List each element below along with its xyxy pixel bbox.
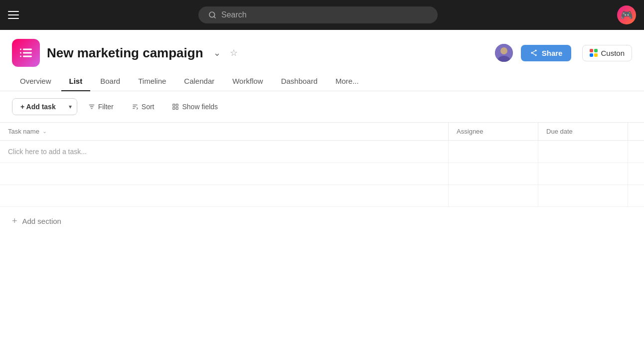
avatar-image <box>495 44 513 62</box>
search-icon <box>208 11 216 19</box>
sort-button[interactable]: Sort <box>125 99 161 115</box>
add-task-label: + Add task <box>20 103 56 111</box>
add-task-inline-row[interactable]: Click here to add a task... <box>0 141 644 163</box>
extra-cell-empty-3 <box>628 185 644 207</box>
user-avatar-top[interactable]: 🎮 <box>617 5 636 24</box>
tab-dashboard[interactable]: Dashboard <box>273 72 325 91</box>
task-name-column-label: Task name <box>8 128 39 135</box>
toolbar: + Add task ▾ Filter Sort Show fields <box>0 91 644 122</box>
add-task-dropdown-button[interactable]: ▾ <box>64 99 77 114</box>
table-row <box>0 163 644 185</box>
assignee-cell-empty-2 <box>449 163 538 185</box>
table-row <box>0 185 644 207</box>
task-name-cell-empty-2 <box>0 163 449 185</box>
filter-label: Filter <box>98 103 114 111</box>
share-label: Share <box>542 49 563 57</box>
add-section-plus-icon: + <box>12 216 17 226</box>
due-date-cell-empty-1 <box>538 141 628 163</box>
sort-icon <box>132 103 139 110</box>
svg-rect-23 <box>176 104 178 106</box>
page-header: New marketing campaign ⌄ ☆ Share Custon <box>0 30 644 67</box>
tab-workflow[interactable]: Workflow <box>224 72 271 91</box>
sort-label: Sort <box>142 103 155 111</box>
add-task-button-group[interactable]: + Add task ▾ <box>12 98 77 115</box>
column-header-extra <box>628 123 644 141</box>
filter-icon <box>88 103 95 110</box>
svg-rect-22 <box>173 104 175 106</box>
search-placeholder: Search <box>221 10 247 19</box>
show-fields-icon <box>172 103 179 110</box>
share-button[interactable]: Share <box>521 45 572 61</box>
svg-rect-25 <box>176 107 178 109</box>
tab-timeline[interactable]: Timeline <box>130 72 174 91</box>
show-fields-button[interactable]: Show fields <box>165 99 225 115</box>
search-bar[interactable]: Search <box>198 6 438 23</box>
task-table: Task name ⌄ Assignee Due date Click here… <box>0 122 644 207</box>
favorite-star-icon[interactable]: ☆ <box>230 47 238 58</box>
svg-point-13 <box>535 54 536 56</box>
column-header-due-date[interactable]: Due date <box>538 123 628 141</box>
assignee-cell-empty-3 <box>449 185 538 207</box>
share-icon <box>530 49 538 57</box>
svg-point-9 <box>500 47 507 54</box>
show-fields-label: Show fields <box>182 103 218 111</box>
customize-label: Custon <box>601 49 625 57</box>
tab-more[interactable]: More... <box>327 72 367 91</box>
due-date-cell-empty-3 <box>538 185 628 207</box>
svg-line-14 <box>532 51 535 52</box>
svg-line-1 <box>214 16 215 18</box>
task-name-cell-empty-3 <box>0 185 449 207</box>
task-name-sort-icon[interactable]: ⌄ <box>42 128 47 135</box>
svg-line-15 <box>532 53 535 55</box>
add-section-button[interactable]: + Add section <box>0 207 644 235</box>
column-header-assignee[interactable]: Assignee <box>449 123 538 141</box>
due-date-cell-empty-2 <box>538 163 628 185</box>
assignee-column-label: Assignee <box>457 128 483 135</box>
svg-rect-24 <box>173 107 175 109</box>
extra-cell-empty-1 <box>628 141 644 163</box>
customize-button[interactable]: Custon <box>582 45 632 61</box>
title-chevron-icon[interactable]: ⌄ <box>213 47 221 58</box>
project-icon <box>12 39 40 67</box>
menu-button[interactable] <box>8 11 19 19</box>
tab-board[interactable]: Board <box>92 72 128 91</box>
tab-bar: Overview List Board Timeline Calendar Wo… <box>0 72 644 91</box>
column-header-task-name[interactable]: Task name ⌄ <box>0 123 449 141</box>
add-section-label: Add section <box>22 217 61 225</box>
svg-point-12 <box>535 50 536 51</box>
tab-list[interactable]: List <box>61 72 91 91</box>
tab-calendar[interactable]: Calendar <box>176 72 222 91</box>
assignee-cell-empty-1 <box>449 141 538 163</box>
project-title: New marketing campaign <box>47 45 203 61</box>
member-avatar[interactable] <box>494 43 514 63</box>
list-icon <box>19 46 33 60</box>
svg-point-11 <box>531 52 532 53</box>
add-task-placeholder[interactable]: Click here to add a task... <box>0 141 449 163</box>
filter-button[interactable]: Filter <box>81 99 121 115</box>
customize-icon <box>590 49 598 57</box>
add-task-main-button[interactable]: + Add task <box>12 99 64 115</box>
extra-cell-empty-2 <box>628 163 644 185</box>
tab-overview[interactable]: Overview <box>12 72 59 91</box>
top-navigation: Search 🎮 <box>0 0 644 30</box>
due-date-column-label: Due date <box>546 128 573 135</box>
